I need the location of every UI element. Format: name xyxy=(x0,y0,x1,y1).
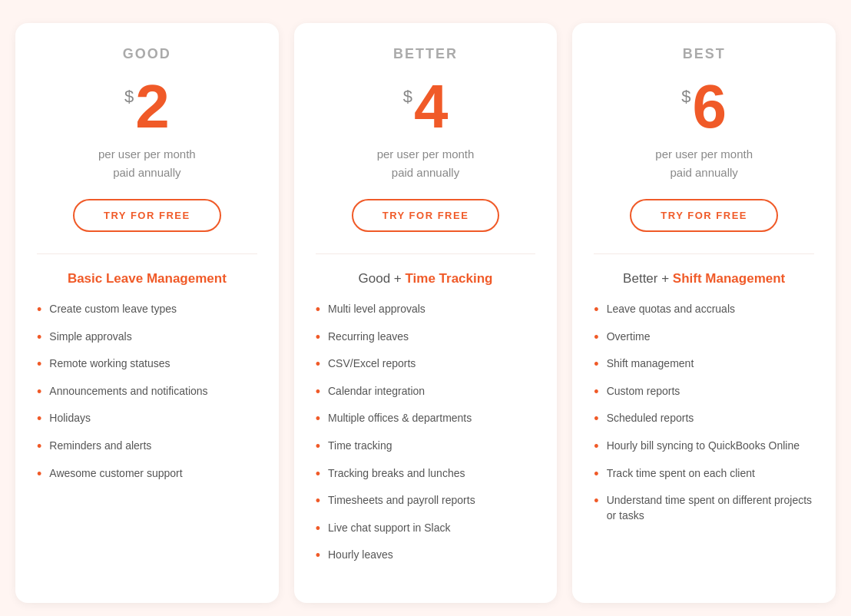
list-item: Live chat support in Slack xyxy=(316,521,536,538)
price-amount-best: 6 xyxy=(693,76,727,137)
list-item: Simple approvals xyxy=(37,330,257,346)
divider-best xyxy=(594,253,814,254)
price-period-best: per user per monthpaid annually xyxy=(655,145,753,182)
pricing-card-good: GOOD$2per user per monthpaid annuallyTRY… xyxy=(15,23,279,603)
list-item: Custom reports xyxy=(594,384,814,401)
list-item: Hourly bill syncing to QuickBooks Online xyxy=(594,439,814,455)
price-dollar-better: $ xyxy=(403,87,412,107)
list-item: Reminders and alerts xyxy=(37,439,257,455)
divider-better xyxy=(316,253,536,254)
section-title-better: Good + Time Tracking xyxy=(359,271,493,286)
plan-title-good: GOOD xyxy=(123,46,171,62)
list-item: Multiple offices & departments xyxy=(316,411,536,428)
try-free-button-good[interactable]: TRY FOR FREE xyxy=(73,199,221,232)
price-row-best: $6 xyxy=(681,76,727,137)
list-item: Overtime xyxy=(594,330,814,346)
list-item: Calendar integration xyxy=(316,384,536,401)
price-row-good: $2 xyxy=(124,76,170,137)
list-item: Track time spent on each client xyxy=(594,466,814,483)
list-item: Understand time spent on different proje… xyxy=(594,493,814,523)
section-title-best: Better + Shift Management xyxy=(623,271,785,286)
price-period-good: per user per monthpaid annually xyxy=(98,145,196,182)
price-dollar-best: $ xyxy=(681,87,690,107)
plan-title-better: BETTER xyxy=(393,46,458,62)
pricing-container: GOOD$2per user per monthpaid annuallyTRY… xyxy=(15,23,836,603)
list-item: Tracking breaks and lunches xyxy=(316,466,536,483)
list-item: Recurring leaves xyxy=(316,330,536,346)
list-item: Awesome customer support xyxy=(37,466,257,483)
list-item: Create custom leave types xyxy=(37,302,257,319)
feature-list-good: Create custom leave typesSimple approval… xyxy=(37,302,257,493)
section-title-good: Basic Leave Management xyxy=(68,271,227,286)
price-period-better: per user per monthpaid annually xyxy=(377,145,475,182)
list-item: Leave quotas and accruals xyxy=(594,302,814,319)
pricing-card-best: BEST$6per user per monthpaid annuallyTRY… xyxy=(572,23,836,603)
list-item: Scheduled reports xyxy=(594,411,814,428)
price-amount-good: 2 xyxy=(135,76,170,137)
list-item: CSV/Excel reports xyxy=(316,356,536,373)
plan-title-best: BEST xyxy=(683,46,726,62)
list-item: Time tracking xyxy=(316,439,536,455)
divider-good xyxy=(37,253,257,254)
price-amount-better: 4 xyxy=(414,76,449,137)
list-item: Hourly leaves xyxy=(316,548,536,565)
list-item: Holidays xyxy=(37,411,257,428)
list-item: Remote working statuses xyxy=(37,356,257,373)
price-dollar-good: $ xyxy=(124,87,134,107)
pricing-card-better: BETTER$4per user per monthpaid annuallyT… xyxy=(294,23,558,603)
feature-list-best: Leave quotas and accrualsOvertimeShift m… xyxy=(594,302,814,534)
list-item: Shift management xyxy=(594,356,814,373)
list-item: Announcements and notifications xyxy=(37,384,257,401)
try-free-button-better[interactable]: TRY FOR FREE xyxy=(352,199,500,232)
try-free-button-best[interactable]: TRY FOR FREE xyxy=(630,199,778,232)
feature-list-better: Multi level approvalsRecurring leavesCSV… xyxy=(316,302,536,575)
list-item: Multi level approvals xyxy=(316,302,536,319)
price-row-better: $4 xyxy=(403,76,449,137)
list-item: Timesheets and payroll reports xyxy=(316,493,536,510)
